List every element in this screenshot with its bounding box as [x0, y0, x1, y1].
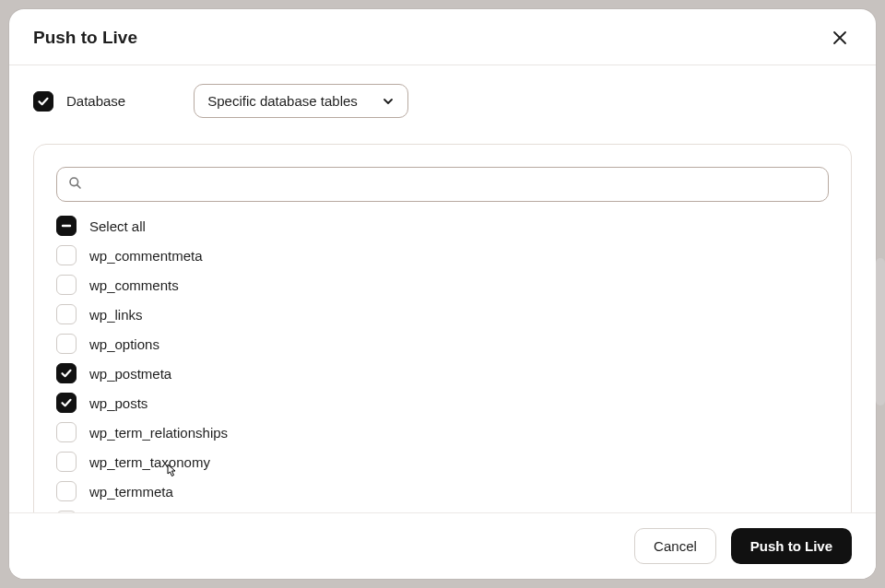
table-row: wp_postmeta — [56, 362, 829, 384]
table-row: wp_options — [56, 333, 829, 355]
table-row: wp_comments — [56, 274, 829, 296]
check-icon — [60, 396, 73, 409]
table-name-label: wp_options — [89, 336, 159, 352]
table-row: wp_links — [56, 303, 829, 325]
database-checkbox[interactable] — [33, 91, 53, 112]
push-to-live-button[interactable]: Push to Live — [731, 528, 852, 564]
table-checkbox[interactable] — [56, 245, 77, 265]
table-name-label: wp_termmeta — [89, 484, 173, 500]
select-all-label: Select all — [89, 218, 146, 234]
minus-icon — [60, 219, 73, 232]
table-name-label: wp_links — [89, 307, 143, 323]
check-icon — [60, 367, 73, 380]
tables-search-input[interactable] — [91, 177, 817, 193]
scrollbar-thumb[interactable] — [876, 258, 885, 406]
close-button[interactable] — [828, 26, 852, 50]
select-all-checkbox[interactable] — [56, 216, 77, 236]
table-name-label: wp_term_relationships — [89, 425, 228, 441]
select-all-row: Select all — [56, 215, 829, 237]
database-scope-select[interactable]: Specific database tables — [194, 84, 408, 118]
tables-panel: Select all wp_commentmetawp_commentswp_l… — [33, 144, 852, 512]
table-checkbox[interactable] — [56, 363, 77, 383]
check-icon — [37, 95, 50, 108]
database-row: Database Specific database tables — [33, 84, 852, 118]
table-row: wp_term_relationships — [56, 421, 829, 443]
table-name-label: wp_commentmeta — [89, 248, 203, 264]
tables-list: Select all wp_commentmetawp_commentswp_l… — [56, 215, 829, 512]
table-checkbox[interactable] — [56, 334, 77, 354]
table-row: wp_term_taxonomy — [56, 451, 829, 473]
chevron-down-icon — [382, 95, 395, 108]
modal-footer: Cancel Push to Live — [9, 512, 876, 579]
svg-line-1 — [77, 185, 80, 188]
table-name-label: wp_postmeta — [89, 366, 171, 382]
modal-title: Push to Live — [33, 28, 137, 48]
database-scope-value: Specific database tables — [207, 93, 358, 109]
database-label: Database — [66, 93, 125, 109]
table-name-label: wp_posts — [89, 395, 148, 411]
database-checkbox-wrap: Database — [33, 91, 125, 112]
table-row: wp_terms — [56, 510, 829, 512]
modal-body: Database Specific database tables — [9, 65, 876, 512]
table-name-label: wp_comments — [89, 277, 179, 293]
search-icon — [68, 176, 82, 193]
table-row: wp_posts — [56, 392, 829, 414]
table-checkbox[interactable] — [56, 511, 77, 512]
table-row: wp_commentmeta — [56, 244, 829, 266]
cancel-button[interactable]: Cancel — [634, 528, 716, 564]
close-icon — [832, 35, 848, 49]
push-to-live-modal: Push to Live Database Specific database … — [9, 9, 876, 579]
table-checkbox[interactable] — [56, 275, 77, 295]
table-checkbox[interactable] — [56, 481, 77, 501]
table-checkbox[interactable] — [56, 422, 77, 442]
table-name-label: wp_term_taxonomy — [89, 454, 210, 470]
modal-header: Push to Live — [9, 9, 876, 65]
tables-search-wrap — [56, 167, 829, 202]
table-row: wp_termmeta — [56, 480, 829, 502]
table-checkbox[interactable] — [56, 452, 77, 472]
table-checkbox[interactable] — [56, 304, 77, 324]
table-checkbox[interactable] — [56, 393, 77, 413]
